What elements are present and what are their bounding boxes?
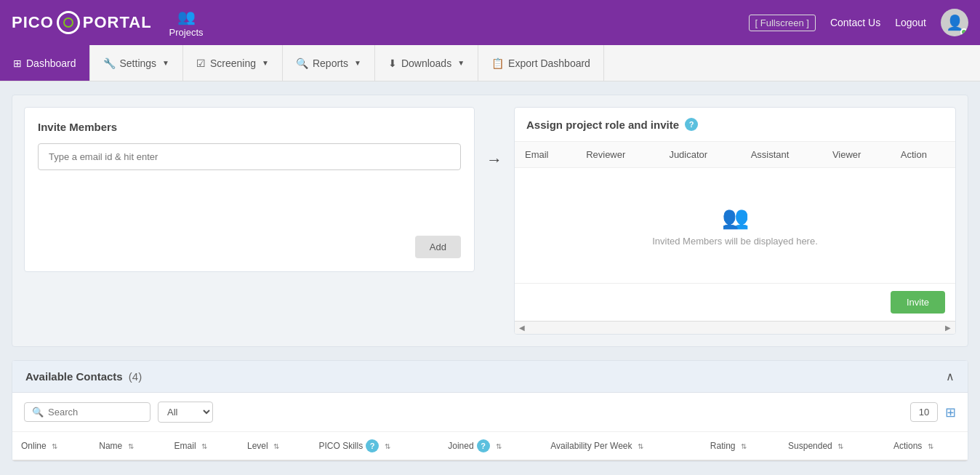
logout-button[interactable]: Logout xyxy=(895,17,926,28)
role-table: Email Reviewer Judicator Assistant Viewe… xyxy=(515,142,955,283)
th-pico-skills: PICO Skills ? ⇅ xyxy=(310,432,440,460)
search-box: 🔍 xyxy=(24,402,150,422)
contacts-table: Online ⇅ Name ⇅ Email ⇅ Level ⇅ PICO Ski… xyxy=(12,432,968,461)
scroll-left-icon: ◀ xyxy=(515,324,529,332)
empty-members-icon: 👥 xyxy=(529,204,941,230)
downloads-label: Downloads xyxy=(401,57,451,69)
top-nav-right: [ Fullscreen ] Contact Us Logout 👤 xyxy=(749,9,969,36)
reports-caret: ▼ xyxy=(354,59,361,67)
page-size-value: 10 xyxy=(910,402,938,422)
page-size-control: 10 ⊞ xyxy=(910,402,956,422)
th-level: Level ⇅ xyxy=(238,432,310,460)
invite-members-title: Invite Members xyxy=(38,121,461,133)
th-rating: Rating ⇅ xyxy=(702,432,779,460)
col-assistant: Assistant xyxy=(741,142,822,168)
empty-members-text: Invited Members will be displayed here. xyxy=(652,236,818,247)
nav-item-reports[interactable]: 🔍 Reports ▼ xyxy=(283,45,375,81)
secondary-nav: ⊞ Dashboard 🔧 Settings ▼ ☑ Screening ▼ 🔍… xyxy=(0,45,980,81)
export-label: Export Dashboard xyxy=(508,57,590,69)
sort-email[interactable]: ⇅ xyxy=(201,442,207,450)
nav-item-dashboard[interactable]: ⊞ Dashboard xyxy=(0,45,90,81)
settings-label: Settings xyxy=(120,57,157,69)
sort-availability[interactable]: ⇅ xyxy=(638,442,643,450)
assign-role-header: Assign project role and invite ? xyxy=(515,108,955,142)
th-joined: Joined ? ⇅ xyxy=(439,432,542,460)
nav-item-downloads[interactable]: ⬇ Downloads ▼ xyxy=(375,45,478,81)
role-table-head: Email Reviewer Judicator Assistant Viewe… xyxy=(515,142,955,168)
contacts-table-head: Online ⇅ Name ⇅ Email ⇅ Level ⇅ PICO Ski… xyxy=(12,432,968,460)
sort-joined[interactable]: ⇅ xyxy=(496,442,502,450)
logo: PICO PORTAL xyxy=(12,11,152,34)
projects-icon: 👥 xyxy=(177,8,196,25)
assign-role-panel: Assign project role and invite ? Email R… xyxy=(514,107,956,335)
empty-row: 👥 Invited Members will be displayed here… xyxy=(515,168,955,284)
downloads-caret: ▼ xyxy=(457,59,465,67)
assign-role-title: Assign project role and invite xyxy=(526,119,679,131)
logo-circle xyxy=(57,11,80,34)
empty-members-message: 👥 Invited Members will be displayed here… xyxy=(515,168,955,283)
nav-item-export[interactable]: 📋 Export Dashboard xyxy=(478,45,604,81)
th-availability: Availability Per Week ⇅ xyxy=(542,432,702,460)
scrollbar-hint: ◀ ▶ xyxy=(515,321,955,334)
contacts-count: (4) xyxy=(129,370,142,383)
screening-icon: ☑ xyxy=(196,57,206,69)
contacts-header: Available Contacts (4) ∧ xyxy=(12,361,968,393)
settings-caret: ▼ xyxy=(162,59,169,67)
avatar[interactable]: 👤 xyxy=(941,9,968,36)
contacts-toolbar: 🔍 All Online Offline 10 ⊞ xyxy=(12,393,968,432)
add-button[interactable]: Add xyxy=(415,236,461,258)
projects-nav[interactable]: 👥 Projects xyxy=(169,8,204,38)
logo-pico: PICO xyxy=(12,13,54,32)
top-nav: PICO PORTAL 👥 Projects [ Fullscreen ] Co… xyxy=(0,0,980,45)
export-icon: 📋 xyxy=(491,57,504,69)
main-content: Invite Members Add → Assign project role… xyxy=(0,81,980,475)
sort-online[interactable]: ⇅ xyxy=(52,442,57,450)
reports-label: Reports xyxy=(313,57,348,69)
avatar-online-dot xyxy=(960,28,968,36)
th-actions: Actions ⇅ xyxy=(885,432,968,460)
dashboard-icon: ⊞ xyxy=(13,57,22,69)
collapse-icon[interactable]: ∧ xyxy=(946,370,955,383)
add-btn-row: Add xyxy=(38,236,461,258)
th-name: Name ⇅ xyxy=(90,432,165,460)
logo-inner xyxy=(63,17,73,28)
search-input[interactable] xyxy=(48,407,142,418)
role-table-header-row: Email Reviewer Judicator Assistant Viewe… xyxy=(515,142,955,168)
settings-icon: 🔧 xyxy=(103,57,116,69)
pico-skills-help-icon[interactable]: ? xyxy=(366,439,379,452)
col-reviewer: Reviewer xyxy=(576,142,659,168)
sort-suspended[interactable]: ⇅ xyxy=(838,442,843,450)
assign-role-help-icon[interactable]: ? xyxy=(685,118,698,131)
sort-name[interactable]: ⇅ xyxy=(128,442,134,450)
search-icon: 🔍 xyxy=(32,407,44,418)
email-input[interactable] xyxy=(38,143,461,170)
invite-button[interactable]: Invite xyxy=(891,291,945,314)
screening-caret: ▼ xyxy=(262,59,269,67)
col-judicator: Judicator xyxy=(659,142,740,168)
nav-item-screening[interactable]: ☑ Screening ▼ xyxy=(183,45,283,81)
sort-level[interactable]: ⇅ xyxy=(273,442,279,450)
sort-actions[interactable]: ⇅ xyxy=(928,442,933,450)
contact-us-button[interactable]: Contact Us xyxy=(830,17,880,28)
empty-cell: 👥 Invited Members will be displayed here… xyxy=(515,168,955,284)
screening-label: Screening xyxy=(210,57,256,69)
arrow-symbol: → xyxy=(486,151,502,169)
invite-section: Invite Members Add → Assign project role… xyxy=(12,95,968,347)
col-email: Email xyxy=(515,142,576,168)
sort-pico-skills[interactable]: ⇅ xyxy=(385,442,390,450)
sort-rating[interactable]: ⇅ xyxy=(741,442,747,450)
fullscreen-button[interactable]: [ Fullscreen ] xyxy=(749,15,816,31)
th-suspended: Suspended ⇅ xyxy=(779,432,885,460)
th-email: Email ⇅ xyxy=(166,432,238,460)
col-action: Action xyxy=(891,142,955,168)
logo-portal: PORTAL xyxy=(83,13,152,32)
contacts-table-header-row: Online ⇅ Name ⇅ Email ⇅ Level ⇅ PICO Ski… xyxy=(12,432,968,460)
contacts-section: Available Contacts (4) ∧ 🔍 All Online Of… xyxy=(12,360,968,462)
nav-item-settings[interactable]: 🔧 Settings ▼ xyxy=(90,45,184,81)
joined-help-icon[interactable]: ? xyxy=(477,439,490,452)
arrow-divider: → xyxy=(486,107,502,169)
invite-btn-row: Invite xyxy=(515,283,955,321)
contacts-title: Available Contacts (4) xyxy=(25,370,142,383)
grid-view-icon[interactable]: ⊞ xyxy=(945,404,956,420)
filter-select[interactable]: All Online Offline xyxy=(158,402,213,423)
